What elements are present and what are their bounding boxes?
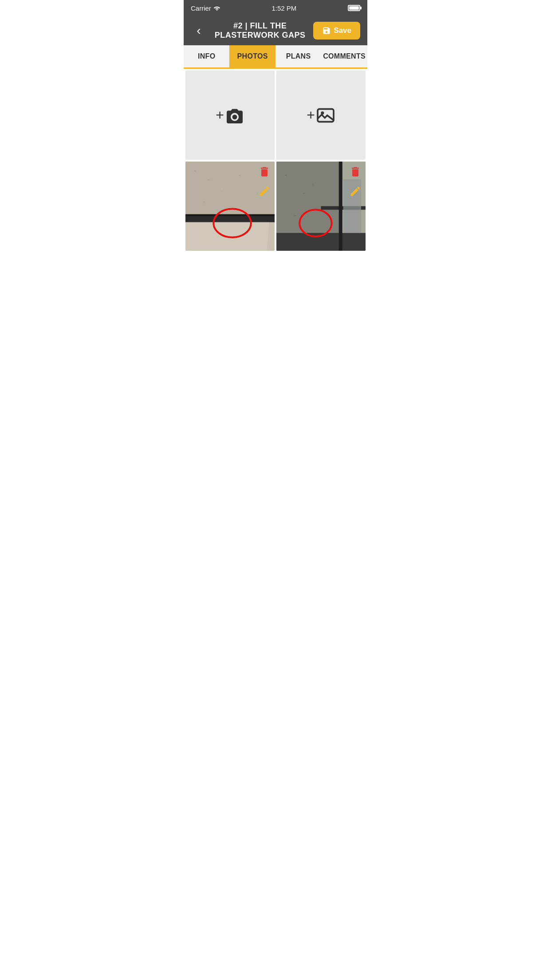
image-icon bbox=[316, 107, 335, 123]
svg-point-3 bbox=[321, 111, 324, 115]
svg-point-0 bbox=[216, 10, 217, 11]
photo-item-2[interactable] bbox=[276, 162, 366, 251]
photo2-edit-button[interactable] bbox=[347, 183, 364, 200]
photo2-delete-button[interactable] bbox=[347, 163, 364, 180]
wifi-icon bbox=[213, 5, 220, 11]
trash-icon bbox=[258, 166, 271, 178]
trash-icon-2 bbox=[349, 166, 362, 178]
battery-icon bbox=[348, 5, 360, 11]
save-button[interactable]: Save bbox=[313, 22, 360, 40]
page-title: #2 | FILL THE PLASTERWORK GAPS bbox=[207, 21, 313, 40]
edit-icon bbox=[258, 185, 271, 198]
svg-rect-24 bbox=[339, 162, 342, 251]
tab-info[interactable]: INFO bbox=[184, 45, 229, 67]
photo1-delete-button[interactable] bbox=[256, 163, 273, 180]
save-label: Save bbox=[334, 26, 351, 35]
photo1-edit-button[interactable] bbox=[256, 183, 273, 200]
svg-rect-12 bbox=[239, 175, 241, 176]
svg-rect-14 bbox=[203, 202, 205, 202]
tab-plans[interactable]: PLANS bbox=[276, 45, 321, 67]
svg-rect-10 bbox=[208, 179, 209, 180]
back-button[interactable]: ‹ bbox=[191, 24, 207, 37]
photo2-actions bbox=[347, 163, 364, 200]
svg-rect-26 bbox=[285, 175, 287, 176]
status-bar: Carrier 1:52 PM bbox=[184, 0, 367, 16]
svg-rect-7 bbox=[185, 214, 275, 216]
svg-rect-6 bbox=[185, 215, 275, 222]
tab-comments[interactable]: COMMENTS bbox=[321, 45, 367, 67]
photo-item-1[interactable] bbox=[185, 162, 275, 251]
edit-icon-2 bbox=[349, 185, 362, 198]
svg-rect-11 bbox=[221, 188, 222, 190]
camera-icon bbox=[225, 107, 244, 123]
photo1-actions bbox=[256, 163, 273, 200]
carrier-info: Carrier bbox=[191, 4, 220, 12]
svg-point-1 bbox=[232, 115, 237, 119]
svg-rect-28 bbox=[312, 184, 313, 185]
svg-rect-15 bbox=[230, 197, 232, 198]
add-camera-button[interactable]: + bbox=[185, 71, 275, 160]
photo-grid: + + bbox=[184, 69, 367, 253]
add-image-button[interactable]: + bbox=[276, 71, 366, 160]
header: ‹ #2 | FILL THE PLASTERWORK GAPS Save bbox=[184, 16, 367, 45]
svg-rect-27 bbox=[303, 193, 305, 194]
carrier-label: Carrier bbox=[191, 4, 211, 12]
svg-rect-29 bbox=[294, 215, 295, 216]
save-icon bbox=[322, 26, 331, 35]
tab-photos[interactable]: PHOTOS bbox=[229, 45, 275, 67]
svg-rect-9 bbox=[194, 170, 196, 171]
tab-bar: INFO PHOTOS PLANS COMMENTS bbox=[184, 45, 367, 69]
time-label: 1:52 PM bbox=[272, 4, 296, 12]
